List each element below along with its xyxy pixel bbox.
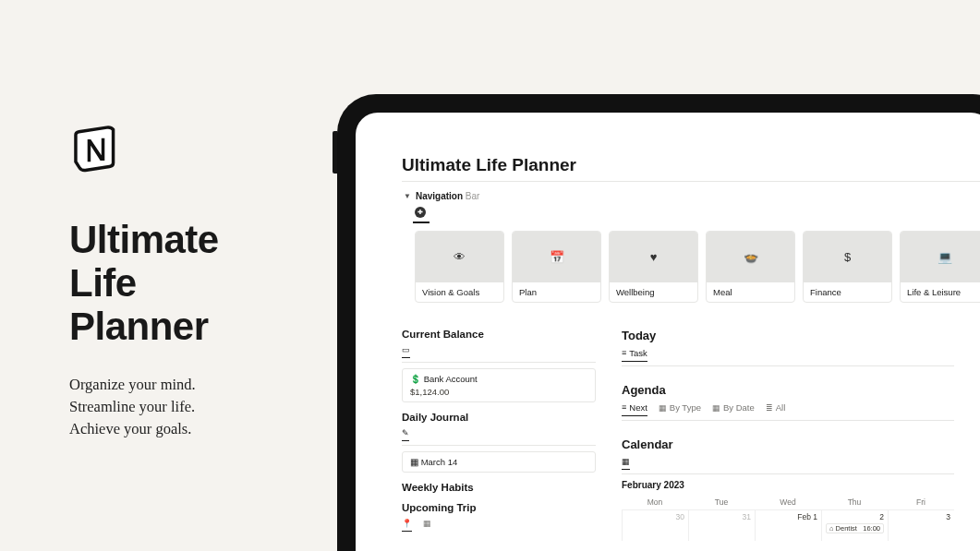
weekly-habits-heading: Weekly Habits bbox=[402, 482, 596, 493]
balance-tab[interactable]: ▭ bbox=[402, 345, 410, 358]
divider bbox=[402, 181, 980, 182]
nav-card-meal[interactable]: 🍲Meal bbox=[706, 231, 795, 303]
calendar-day-cell[interactable]: 30 bbox=[622, 509, 688, 541]
agenda-tab-label: By Type bbox=[670, 402, 701, 413]
calendar-month-label: February 2023 bbox=[622, 480, 954, 490]
nav-card-icon: 🍲 bbox=[707, 232, 794, 282]
nav-card-icon: 👁 bbox=[416, 232, 503, 282]
tablet-power-button bbox=[333, 131, 337, 174]
current-balance-heading: Current Balance bbox=[402, 329, 596, 340]
calendar-tab[interactable]: ▦ bbox=[622, 457, 630, 470]
pen-icon: ✎ bbox=[402, 428, 409, 437]
agenda-tab-all[interactable]: ≣ All bbox=[766, 402, 786, 415]
calendar-event[interactable]: ⌂ Dentist16:00 bbox=[826, 523, 884, 533]
agenda-tab-next[interactable]: ≡ Next bbox=[622, 402, 647, 416]
calendar-dow: Mon bbox=[622, 495, 688, 509]
agenda-tab-label: Next bbox=[629, 402, 647, 413]
calendar-dow: Fri bbox=[888, 495, 954, 509]
nav-card-icon: ♥ bbox=[610, 232, 697, 282]
nav-card-label: Finance bbox=[804, 282, 891, 302]
list-icon: ≡ bbox=[622, 348, 626, 357]
journal-entry-card[interactable]: ▦ March 14 bbox=[402, 451, 596, 473]
navigation-toggle[interactable]: ▼ Navigation Bar bbox=[404, 191, 980, 201]
calendar-dow: Thu bbox=[821, 495, 888, 509]
calendar-dow: Wed bbox=[755, 495, 821, 509]
trip-tab-gallery[interactable]: ▦ bbox=[423, 519, 431, 531]
view-icon: ≣ bbox=[766, 403, 773, 413]
nav-tab-underline bbox=[413, 222, 430, 223]
nav-card-label: Meal bbox=[707, 282, 794, 302]
event-title: ⌂ Dentist bbox=[829, 524, 857, 533]
nav-card-icon: $ bbox=[804, 232, 891, 282]
agenda-tab-by-date[interactable]: ▦ By Date bbox=[712, 402, 755, 415]
nav-card-icon: 📅 bbox=[513, 232, 600, 282]
calendar-icon: ▦ bbox=[410, 457, 418, 467]
hero-tagline: Organize your mind. Streamline your life… bbox=[69, 374, 291, 440]
nav-card-label: Life & Leisure bbox=[901, 282, 980, 302]
tablet-frame: Ultimate Life Planner ▼ Navigation Bar ✚… bbox=[337, 94, 980, 551]
bank-account-card[interactable]: 💲 Bank Account $1,124.00 bbox=[402, 368, 596, 402]
view-icon: ≡ bbox=[622, 402, 626, 412]
journal-entry-label: March 14 bbox=[421, 457, 458, 467]
nav-card-plan[interactable]: 📅Plan bbox=[512, 231, 601, 303]
nav-card-vision-goals[interactable]: 👁Vision & Goals bbox=[415, 231, 504, 303]
tablet-screen: Ultimate Life Planner ▼ Navigation Bar ✚… bbox=[356, 113, 980, 551]
caret-down-icon: ▼ bbox=[404, 192, 411, 200]
nav-card-icon: 💻 bbox=[901, 232, 980, 282]
nav-card-life-leisure[interactable]: 💻Life & Leisure bbox=[900, 231, 980, 303]
nav-card-wellbeing[interactable]: ♥Wellbeing bbox=[609, 231, 698, 303]
calendar-icon: ▦ bbox=[622, 457, 630, 466]
view-icon: ▦ bbox=[712, 403, 720, 413]
today-task-tab[interactable]: ≡ Task bbox=[622, 348, 647, 362]
event-time: 16:00 bbox=[863, 524, 880, 533]
agenda-tab-label: By Date bbox=[723, 402, 755, 413]
journal-tab[interactable]: ✎ bbox=[402, 428, 409, 441]
bank-account-value: $1,124.00 bbox=[410, 387, 587, 397]
gallery-icon: ▦ bbox=[423, 519, 431, 528]
pin-icon: 📍 bbox=[402, 519, 412, 528]
navigation-toggle-label: Navigation Bar bbox=[416, 191, 479, 201]
money-icon: 💲 bbox=[410, 374, 421, 384]
today-task-tab-label: Task bbox=[629, 348, 647, 358]
calendar-day-cell[interactable]: 31 bbox=[688, 509, 755, 541]
nav-card-label: Plan bbox=[513, 282, 600, 302]
card-icon: ▭ bbox=[402, 345, 410, 354]
nav-card-label: Wellbeing bbox=[610, 282, 697, 302]
upcoming-trip-heading: Upcoming Trip bbox=[402, 502, 596, 513]
trip-tab-pin[interactable]: 📍 bbox=[402, 519, 412, 532]
agenda-tab-by-type[interactable]: ▦ By Type bbox=[659, 402, 701, 415]
bank-account-title: Bank Account bbox=[424, 374, 478, 384]
nav-card-label: Vision & Goals bbox=[416, 282, 503, 302]
nav-view-tab-icon[interactable]: ✚ bbox=[415, 207, 426, 218]
calendar-day-cell[interactable]: 2⌂ Dentist16:00 bbox=[821, 509, 888, 541]
agenda-heading: Agenda bbox=[622, 383, 954, 397]
notion-logo-icon bbox=[69, 120, 123, 174]
hero-title: Ultimate Life Planner bbox=[69, 218, 291, 348]
calendar-day-cell[interactable]: Feb 1 bbox=[755, 509, 821, 541]
today-heading: Today bbox=[622, 329, 954, 342]
nav-card-finance[interactable]: $Finance bbox=[803, 231, 892, 303]
view-icon: ▦ bbox=[659, 403, 667, 413]
calendar-day-cell[interactable]: 3 bbox=[888, 509, 954, 541]
calendar-heading: Calendar bbox=[622, 437, 954, 451]
page-title: Ultimate Life Planner bbox=[402, 155, 980, 175]
calendar-dow: Tue bbox=[688, 495, 755, 509]
agenda-tab-label: All bbox=[776, 402, 786, 413]
daily-journal-heading: Daily Journal bbox=[402, 412, 596, 423]
